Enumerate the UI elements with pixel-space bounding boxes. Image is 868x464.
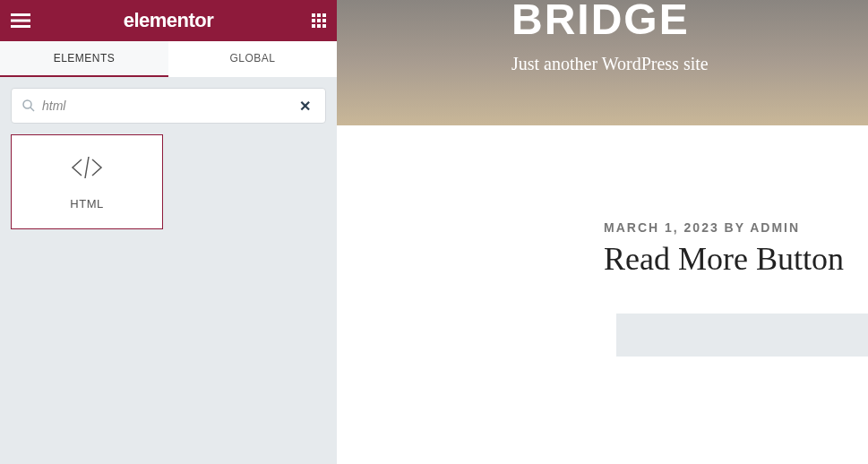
brand-logo: elementor	[124, 9, 214, 32]
search-icon	[22, 99, 35, 112]
svg-rect-1	[11, 20, 30, 22]
widget-html[interactable]: HTML	[11, 134, 163, 229]
svg-rect-0	[11, 13, 30, 16]
hamburger-icon[interactable]	[11, 13, 30, 28]
apps-grid-icon[interactable]	[312, 13, 326, 28]
widgets-area: HTML	[0, 134, 337, 229]
sidebar-header: elementor	[0, 0, 337, 41]
svg-rect-11	[322, 24, 326, 28]
sidebar-tabs: ELEMENTS GLOBAL	[0, 41, 337, 77]
svg-rect-10	[317, 24, 321, 28]
tab-elements[interactable]: ELEMENTS	[0, 41, 168, 77]
widget-label: HTML	[70, 197, 103, 211]
search-input[interactable]	[42, 99, 296, 113]
svg-rect-2	[11, 25, 30, 28]
svg-rect-5	[322, 13, 326, 17]
svg-line-13	[30, 107, 34, 111]
post-title: Read More Button	[604, 240, 868, 278]
site-tagline: Just another WordPress site	[511, 54, 868, 74]
widget-dropzone[interactable]	[616, 314, 868, 357]
tab-global[interactable]: GLOBAL	[168, 41, 337, 77]
svg-rect-3	[312, 13, 315, 17]
hero-section: BRIDGE Just another WordPress site	[337, 0, 868, 125]
svg-rect-8	[322, 19, 326, 22]
svg-rect-7	[317, 19, 321, 22]
site-title: BRIDGE	[511, 0, 868, 41]
svg-point-12	[23, 100, 31, 108]
svg-rect-6	[312, 19, 315, 22]
post-content: MARCH 1, 2023 BY ADMIN Read More Button	[337, 125, 868, 357]
svg-rect-4	[317, 13, 321, 17]
preview-canvas: BRIDGE Just another WordPress site MARCH…	[337, 0, 868, 464]
search-wrap: ✕	[0, 77, 337, 134]
post-meta: MARCH 1, 2023 BY ADMIN	[604, 220, 868, 235]
code-icon	[69, 154, 105, 185]
clear-search-icon[interactable]: ✕	[296, 98, 314, 115]
search-box: ✕	[11, 88, 326, 124]
svg-line-14	[85, 157, 89, 178]
svg-rect-9	[312, 24, 315, 28]
elementor-sidebar: elementor ELEMENTS GLOBAL ✕ HTML ‹	[0, 0, 337, 464]
